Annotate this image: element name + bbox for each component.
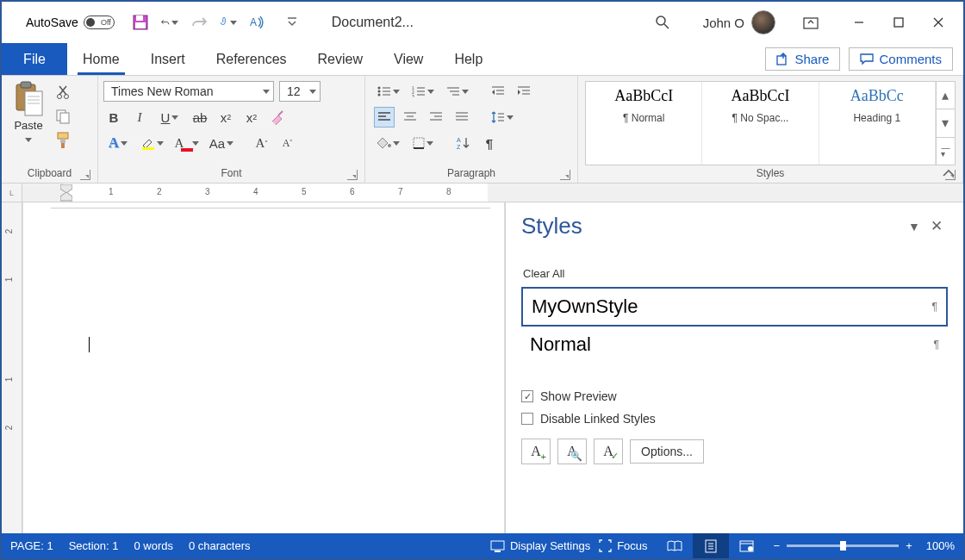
- manage-styles-button[interactable]: A✓: [594, 439, 623, 464]
- style-inspector-button[interactable]: A🔍: [557, 439, 587, 464]
- format-painter-icon[interactable]: [53, 131, 72, 150]
- user-account[interactable]: John O: [703, 10, 775, 34]
- paragraph-dialog-launcher[interactable]: [560, 170, 570, 180]
- zoom-control[interactable]: − + 100%: [774, 539, 955, 552]
- gallery-up-button[interactable]: ▴: [937, 82, 955, 109]
- tab-home[interactable]: Home: [67, 43, 135, 75]
- tab-review[interactable]: Review: [302, 43, 378, 75]
- style-normal[interactable]: AaBbCcI ¶ Normal: [586, 82, 702, 165]
- align-center-button[interactable]: [400, 107, 420, 128]
- subscript-button[interactable]: x2: [215, 107, 236, 128]
- multilevel-list-button[interactable]: [443, 81, 472, 102]
- status-words[interactable]: 0 words: [134, 539, 173, 552]
- tab-references[interactable]: References: [201, 43, 302, 75]
- collapse-ribbon-icon[interactable]: [943, 169, 955, 177]
- style-item-myownstyle[interactable]: MyOwnStyle ¶: [521, 287, 948, 327]
- status-section[interactable]: Section: 1: [69, 539, 119, 552]
- clear-all-style[interactable]: Clear All: [521, 264, 948, 287]
- change-case-button[interactable]: Aa: [207, 133, 236, 153]
- gallery-more-button[interactable]: —▾: [937, 138, 955, 165]
- undo-button[interactable]: [161, 14, 178, 31]
- indent-markers[interactable]: [60, 184, 72, 202]
- underline-button[interactable]: U: [155, 107, 184, 128]
- sort-button[interactable]: AZ: [453, 133, 474, 153]
- svg-text:Z: Z: [457, 144, 461, 150]
- line-spacing-button[interactable]: [488, 107, 517, 128]
- align-right-button[interactable]: [426, 107, 446, 128]
- justify-button[interactable]: [451, 107, 472, 128]
- font-size-combo[interactable]: 12: [279, 81, 321, 102]
- share-button[interactable]: Share: [765, 47, 840, 71]
- style-item-normal[interactable]: Normal ¶: [521, 327, 948, 363]
- shading-button[interactable]: [374, 133, 403, 153]
- show-preview-checkbox[interactable]: ✓ Show Preview: [521, 385, 948, 408]
- bold-button[interactable]: B: [103, 107, 124, 128]
- italic-button[interactable]: I: [129, 107, 150, 128]
- tab-insert[interactable]: Insert: [135, 43, 201, 75]
- search-icon[interactable]: [655, 15, 670, 30]
- status-characters[interactable]: 0 characters: [189, 539, 251, 552]
- grow-font-button[interactable]: A˄: [252, 133, 272, 153]
- file-tab[interactable]: File: [2, 43, 67, 75]
- horizontal-ruler[interactable]: L 1 2 3 4 5 6 7 8: [2, 184, 963, 202]
- align-left-button[interactable]: [374, 107, 395, 128]
- document-page[interactable]: [22, 202, 505, 533]
- clear-formatting-icon[interactable]: [267, 107, 288, 128]
- web-layout-button[interactable]: [729, 533, 765, 558]
- shrink-font-button[interactable]: A˅: [277, 133, 298, 153]
- tab-help[interactable]: Help: [439, 43, 498, 75]
- gallery-down-button[interactable]: ▾: [937, 109, 955, 137]
- font-color-button[interactable]: A: [172, 133, 202, 153]
- strikethrough-button[interactable]: ab: [190, 107, 210, 128]
- read-mode-button[interactable]: [657, 533, 693, 558]
- tab-view[interactable]: View: [378, 43, 439, 75]
- highlight-button[interactable]: [138, 133, 167, 153]
- document-title[interactable]: Document2...: [332, 15, 414, 30]
- styles-pane-close-icon[interactable]: ✕: [925, 217, 948, 235]
- focus-button[interactable]: Focus: [599, 539, 647, 552]
- font-name-combo[interactable]: Times New Roman: [103, 81, 274, 102]
- ribbon-display-options-icon[interactable]: [803, 16, 819, 29]
- tab-selector[interactable]: L: [2, 184, 22, 202]
- paste-button[interactable]: Paste: [7, 79, 50, 145]
- read-aloud-icon[interactable]: A: [249, 14, 266, 31]
- comments-button[interactable]: Comments: [849, 47, 953, 71]
- svg-point-30: [378, 87, 381, 90]
- display-settings-button[interactable]: Display Settings: [490, 539, 590, 552]
- increase-indent-button[interactable]: [514, 81, 534, 102]
- font-dialog-launcher[interactable]: [347, 170, 358, 180]
- show-hide-paragraph-button[interactable]: ¶: [479, 133, 500, 153]
- borders-button[interactable]: [408, 133, 438, 153]
- zoom-out-button[interactable]: −: [774, 539, 781, 552]
- zoom-slider[interactable]: [787, 544, 899, 547]
- text-effects-button[interactable]: A: [103, 133, 133, 153]
- close-button[interactable]: [918, 9, 958, 36]
- zoom-in-button[interactable]: +: [906, 539, 912, 552]
- maximize-button[interactable]: [879, 9, 918, 36]
- print-layout-button[interactable]: [693, 533, 729, 558]
- group-font: Times New Roman 12 B I U ab x2 x2 A A Aa…: [98, 76, 365, 183]
- styles-pane-options-icon[interactable]: ▼: [903, 220, 925, 233]
- redo-button[interactable]: [190, 14, 208, 31]
- vertical-ruler[interactable]: 2 1 1 2: [2, 202, 22, 533]
- style-no-spacing[interactable]: AaBbCcI ¶ No Spac...: [702, 82, 819, 165]
- styles-options-button[interactable]: Options...: [630, 439, 704, 464]
- numbering-button[interactable]: 123: [408, 81, 438, 102]
- save-icon[interactable]: [132, 14, 149, 31]
- style-heading-1[interactable]: AaBbCc Heading 1: [819, 82, 936, 165]
- status-page[interactable]: PAGE: 1: [10, 539, 53, 552]
- clipboard-dialog-launcher[interactable]: [80, 170, 90, 180]
- disable-linked-checkbox[interactable]: Disable Linked Styles: [521, 408, 948, 430]
- decrease-indent-button[interactable]: [488, 81, 508, 102]
- touch-mode-button[interactable]: [220, 14, 237, 31]
- qat-customize-button[interactable]: [283, 14, 301, 31]
- bullets-button[interactable]: [374, 81, 403, 102]
- copy-icon[interactable]: [53, 107, 72, 126]
- new-style-button[interactable]: A+: [521, 439, 551, 464]
- zoom-level[interactable]: 100%: [926, 539, 955, 552]
- superscript-button[interactable]: x2: [241, 107, 262, 128]
- styles-gallery[interactable]: AaBbCcI ¶ Normal AaBbCcI ¶ No Spac... Aa…: [585, 81, 956, 165]
- cut-icon[interactable]: [53, 83, 72, 102]
- minimize-button[interactable]: [839, 9, 879, 36]
- autosave-toggle[interactable]: AutoSave Off: [26, 16, 115, 29]
